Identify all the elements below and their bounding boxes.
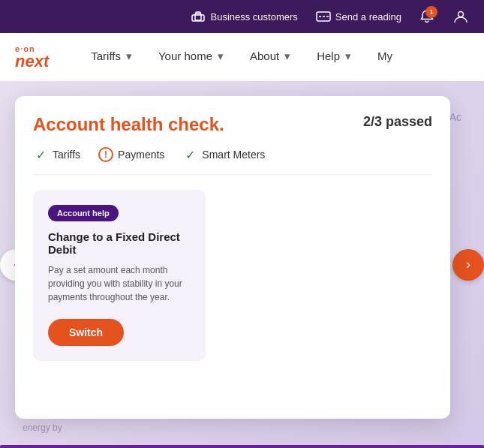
check-label-payments: Payments — [118, 149, 164, 161]
modal-title: Account health check. — [33, 114, 224, 135]
user-icon[interactable] — [452, 8, 469, 25]
chevron-down-icon: ▾ — [215, 51, 226, 62]
modal-overlay: Account health check. 2/3 passed ✓ Tarif… — [0, 81, 484, 448]
modal-header: Account health check. 2/3 passed — [33, 114, 432, 135]
check-item-tariffs: ✓ Tariffs — [33, 147, 80, 162]
nav-items: Tariffs ▾ Your home ▾ About ▾ Help ▾ My — [79, 33, 469, 81]
check-item-payments: ! Payments — [98, 147, 164, 162]
briefcase-icon — [191, 9, 206, 24]
nav-my-label: My — [377, 50, 392, 62]
recommendation-card: Account help Change to a Fixed Direct De… — [33, 190, 206, 361]
nav-item-my[interactable]: My — [365, 33, 404, 81]
check-item-smart-meters: ✓ Smart Meters — [182, 147, 265, 162]
svg-point-6 — [458, 12, 464, 17]
send-reading-label: Send a reading — [335, 11, 401, 23]
main-nav: e·on next Tariffs ▾ Your home ▾ About ▾ … — [0, 33, 484, 81]
recommendation-title: Change to a Fixed Direct Debit — [48, 230, 191, 256]
nav-tariffs-label: Tariffs — [91, 50, 121, 62]
check-label-tariffs: Tariffs — [53, 149, 80, 161]
nav-your-home-label: Your home — [158, 50, 212, 62]
nav-item-tariffs[interactable]: Tariffs ▾ — [79, 33, 146, 81]
account-health-check-modal: Account health check. 2/3 passed ✓ Tarif… — [15, 96, 450, 419]
nav-item-help[interactable]: Help ▾ — [305, 33, 365, 81]
check-warn-icon-payments: ! — [98, 147, 113, 162]
chevron-down-icon: ▾ — [343, 51, 353, 62]
switch-button[interactable]: Switch — [48, 319, 124, 346]
notifications-bell[interactable]: 1 — [419, 9, 434, 24]
nav-item-your-home[interactable]: Your home ▾ — [146, 33, 238, 81]
notification-count: 1 — [425, 6, 437, 18]
check-pass-icon-smart-meters: ✓ — [182, 147, 197, 162]
business-customers-label: Business customers — [210, 11, 297, 23]
recommendation-description: Pay a set amount each month providing yo… — [48, 263, 191, 304]
top-utility-bar: Business customers Send a reading 1 — [0, 0, 484, 33]
modal-score: 2/3 passed — [363, 114, 432, 130]
nav-about-label: About — [250, 50, 279, 62]
eon-next-logo[interactable]: e·on next — [15, 45, 49, 70]
chevron-down-icon: ▾ — [282, 51, 293, 62]
check-label-smart-meters: Smart Meters — [202, 149, 265, 161]
meter-icon — [316, 9, 331, 24]
nav-help-label: Help — [317, 50, 340, 62]
check-pass-icon-tariffs: ✓ — [33, 147, 48, 162]
nav-item-about[interactable]: About ▾ — [238, 33, 305, 81]
health-checks-list: ✓ Tariffs ! Payments ✓ Smart Meters — [33, 147, 432, 175]
send-reading-link[interactable]: Send a reading — [316, 9, 401, 24]
business-customers-link[interactable]: Business customers — [191, 9, 297, 24]
account-help-badge: Account help — [48, 205, 119, 221]
logo-next-text: next — [15, 53, 49, 70]
chevron-down-icon: ▾ — [124, 51, 134, 62]
